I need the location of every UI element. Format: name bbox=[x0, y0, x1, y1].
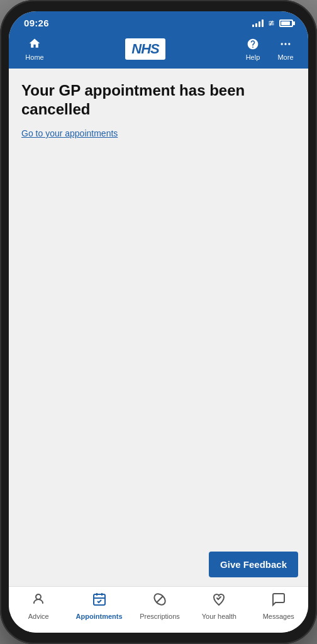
status-time: 09:26 bbox=[24, 18, 49, 28]
phone-screen: 09:26 ≇ Home NHS bbox=[9, 11, 308, 633]
prescriptions-icon bbox=[152, 592, 167, 611]
header-right-actions: Help More bbox=[240, 38, 298, 61]
svg-line-9 bbox=[157, 596, 163, 602]
give-feedback-button[interactable]: Give Feedback bbox=[209, 552, 298, 577]
svg-point-2 bbox=[288, 43, 290, 45]
wifi-icon: ≇ bbox=[268, 18, 275, 28]
home-icon bbox=[28, 37, 41, 52]
home-label: Home bbox=[25, 53, 43, 61]
messages-icon bbox=[271, 592, 286, 611]
advice-icon bbox=[31, 592, 46, 611]
help-label: Help bbox=[246, 53, 260, 61]
cancelled-title: Your GP appointment has been cancelled bbox=[21, 81, 296, 119]
svg-point-0 bbox=[281, 43, 282, 45]
appointments-icon bbox=[92, 592, 107, 611]
appointments-label: Appointments bbox=[76, 613, 123, 620]
status-bar: 09:26 ≇ bbox=[9, 11, 308, 32]
more-button[interactable]: More bbox=[273, 38, 298, 61]
svg-point-3 bbox=[36, 594, 41, 599]
home-button[interactable]: Home bbox=[19, 37, 50, 61]
go-to-appointments-link[interactable]: Go to your appointments bbox=[21, 128, 118, 138]
more-icon bbox=[279, 38, 292, 52]
help-icon bbox=[247, 38, 259, 52]
nav-item-your-health[interactable]: Your health bbox=[197, 592, 241, 620]
status-icons: ≇ bbox=[252, 18, 293, 28]
battery-icon bbox=[279, 19, 293, 27]
prescriptions-label: Prescriptions bbox=[140, 613, 180, 620]
help-button[interactable]: Help bbox=[240, 38, 265, 61]
your-health-label: Your health bbox=[202, 613, 236, 620]
more-label: More bbox=[277, 53, 293, 61]
your-health-icon bbox=[211, 592, 226, 611]
advice-label: Advice bbox=[28, 613, 49, 620]
messages-label: Messages bbox=[263, 613, 294, 620]
svg-point-1 bbox=[284, 43, 286, 45]
nav-item-appointments[interactable]: Appointments bbox=[76, 592, 123, 620]
signal-icon bbox=[252, 19, 264, 27]
nav-item-prescriptions[interactable]: Prescriptions bbox=[138, 592, 182, 620]
nhs-header: Home NHS Help bbox=[9, 32, 308, 69]
svg-rect-4 bbox=[94, 594, 105, 605]
nav-item-advice[interactable]: Advice bbox=[16, 592, 60, 620]
bottom-nav: Advice Appointments bbox=[9, 586, 308, 633]
phone-shell: 09:26 ≇ Home NHS bbox=[0, 0, 317, 644]
main-content: Your GP appointment has been cancelled G… bbox=[9, 69, 308, 586]
nhs-logo: NHS bbox=[125, 38, 165, 60]
nav-item-messages[interactable]: Messages bbox=[257, 592, 301, 620]
